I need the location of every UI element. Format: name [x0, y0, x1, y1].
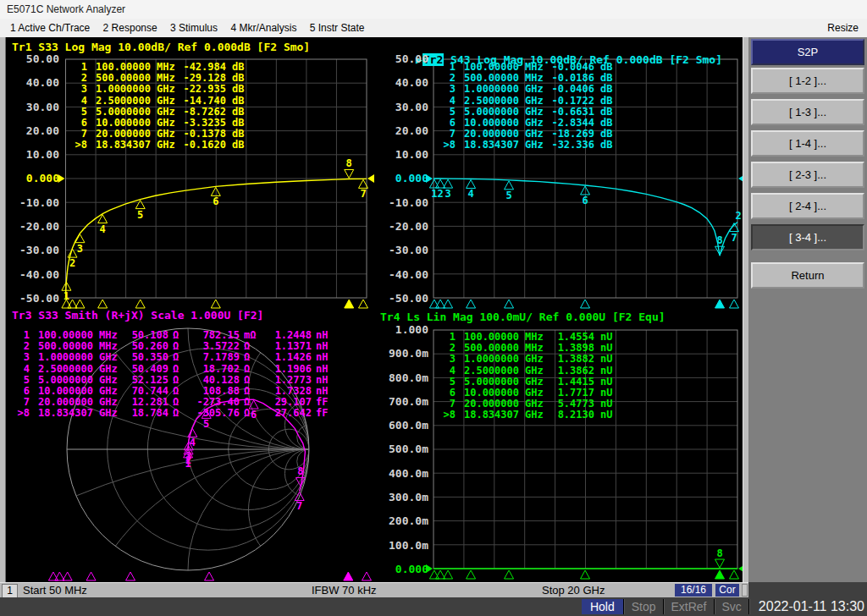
channel-indicator[interactable]: 1: [2, 584, 18, 598]
cell: nH: [316, 364, 329, 375]
softkey-3-4[interactable]: [ 3-4 ]...: [751, 224, 864, 250]
menu-response[interactable]: 2 Response: [103, 19, 157, 37]
cell: >8: [14, 408, 30, 419]
status-spacer-box: [742, 584, 748, 597]
axis-tick: 0.000: [369, 564, 428, 575]
cell: 3: [14, 352, 30, 363]
axis-tick: 0.000: [7, 173, 59, 184]
axis-tick: -10.00: [7, 197, 59, 208]
svg-text:7: 7: [360, 188, 366, 200]
axis-tick: 10.00: [7, 149, 59, 160]
axis-tick: 0.000: [376, 173, 428, 184]
cell: -32.336: [549, 140, 594, 151]
ifbw-label: IFBW 70 kHz: [312, 584, 377, 597]
axis-tick: 20.00: [7, 125, 59, 136]
softkey-return[interactable]: Return: [751, 262, 864, 289]
cell: 1.0000000: [463, 354, 519, 365]
cell: 8.2130: [549, 410, 594, 421]
menu-instr-state[interactable]: 5 Instr State: [310, 19, 365, 37]
cell: GHz: [525, 96, 548, 107]
svg-text:8: 8: [716, 234, 722, 246]
softkey-1-2[interactable]: [ 1-2 ]...: [751, 68, 864, 94]
axis-tick: 900.0m: [369, 348, 428, 359]
marker-row: >818.834307GHz18.784Ω-305.76Ω27.642fF: [14, 408, 329, 419]
tr3-marker-table: 1100.00000MHz50.108Ω782.15mΩ1.2448nH2500…: [14, 330, 329, 420]
cell: -22.935: [181, 84, 226, 95]
cell: 18.702: [195, 364, 240, 375]
axis-tick: 300.0m: [369, 492, 428, 503]
marker-row: >818.834307GHz-32.336dB: [439, 140, 616, 151]
bottom-right-filler: [748, 582, 867, 597]
softkey-2-3[interactable]: [ 2-3 ]...: [751, 162, 864, 188]
cell: dB: [600, 84, 616, 95]
menu-mkr-analysis[interactable]: 4 Mkr/Analysis: [230, 19, 296, 37]
stop-frequency-label: Stop 20 GHz: [542, 584, 605, 597]
svg-text:8: 8: [716, 547, 722, 559]
cell: >8: [439, 140, 456, 151]
stop-status: Stop: [623, 599, 663, 614]
tr2-marker-table: 1100.00000MHz-0.0046dB2500.00000MHz-0.01…: [439, 62, 616, 151]
axis-tick: 100.0m: [369, 540, 428, 551]
tr1-header[interactable]: Tr1 S33 Log Mag 10.00dB/ Ref 0.000dB [F2…: [12, 41, 310, 53]
marker-row: 31.0000000GHz50.350Ω7.1789Ω1.1426nH: [14, 352, 329, 363]
status-bar: 1 Start 50 MHz IFBW 70 kHz Stop 20 GHz 1…: [0, 582, 748, 597]
date-time: 2022-01-11 13:30: [748, 599, 864, 614]
softkey-1-3[interactable]: [ 1-3 ]...: [751, 99, 864, 125]
svg-text:6: 6: [582, 195, 588, 206]
cell: 2.5000000: [95, 96, 151, 107]
svg-text:2: 2: [69, 257, 75, 269]
axis-tick: 400.0m: [369, 468, 428, 479]
svg-text:7: 7: [731, 232, 737, 244]
cell: GHz: [525, 366, 548, 377]
cell: 1.0000000: [37, 352, 93, 363]
softkey-1-4[interactable]: [ 1-4 ]...: [751, 130, 864, 157]
axis-tick: -40.00: [376, 269, 428, 280]
cell: 3: [71, 84, 87, 95]
axis-tick: 50.00: [376, 53, 428, 64]
tr4-y-axis: 1.000900.0m800.0m700.0m600.0m500.0m400.0…: [369, 324, 428, 575]
cell: GHz: [99, 408, 122, 419]
menu-stimulus[interactable]: 3 Stimulus: [170, 19, 218, 37]
correction-badge: Cor: [715, 584, 739, 597]
cell: nU: [600, 410, 616, 421]
cell: 1.3862: [549, 366, 594, 377]
resize-button[interactable]: Resize: [827, 19, 859, 37]
cell: GHz: [99, 364, 122, 375]
cell: 18.834307: [37, 408, 93, 419]
menu-active-ch-trace[interactable]: 1 Active Ch/Trace: [10, 19, 90, 37]
svg-text:3: 3: [185, 450, 191, 462]
cell: 1.1906: [273, 364, 312, 375]
marker-row: 31.0000000GHz-0.0406dB: [439, 84, 616, 95]
tr3-header[interactable]: Tr3 S33 Smith (R+jX) Scale 1.000U [F2]: [12, 309, 263, 322]
svg-text:6: 6: [213, 195, 218, 207]
axis-tick: 200.0m: [369, 515, 428, 526]
cell: dB: [232, 140, 247, 151]
marker-row: 42.5000000GHz-14.740dB: [71, 96, 247, 107]
axis-tick: -20.00: [7, 221, 59, 232]
axis-tick: 1.000: [369, 324, 428, 335]
axis-tick: 30.00: [7, 102, 59, 113]
axis-tick: 20.00: [376, 125, 428, 136]
softkey-panel: S2P [ 1-2 ]... [ 1-3 ]... [ 1-4 ]... [ 2…: [748, 37, 867, 582]
softkey-title-s2p: S2P: [751, 39, 864, 65]
axis-tick: -30.00: [7, 245, 59, 256]
cell: nU: [600, 354, 616, 365]
cell: 18.834307: [95, 140, 151, 151]
cell: GHz: [525, 354, 548, 365]
system-bar: Hold Stop ExtRef Svc 2022-01-11 13:30: [0, 597, 867, 616]
svg-text:8: 8: [346, 157, 352, 169]
svg-text:5: 5: [505, 190, 511, 201]
marker-row: >818.834307GHz8.2130nU: [439, 410, 616, 421]
tr1-marker-table: 1100.00000MHz-42.984dB2500.00000MHz-29.1…: [71, 62, 247, 151]
softkey-2-4[interactable]: [ 2-4 ]...: [751, 193, 864, 219]
axis-tick: 700.0m: [369, 396, 428, 407]
cell: GHz: [525, 410, 548, 421]
cell: 18.784: [130, 408, 168, 419]
tr4-header[interactable]: Tr4 Ls Lin Mag 100.0mU/ Ref 0.000U [F2 E…: [380, 311, 665, 323]
axis-tick: -10.00: [376, 197, 428, 208]
svg-text:1: 1: [431, 188, 437, 200]
menu-bar: 1 Active Ch/Trace 2 Response 3 Stimulus …: [0, 19, 867, 37]
cell: GHz: [157, 84, 179, 95]
cell: 3: [439, 354, 456, 365]
cell: -305.76: [195, 408, 240, 419]
